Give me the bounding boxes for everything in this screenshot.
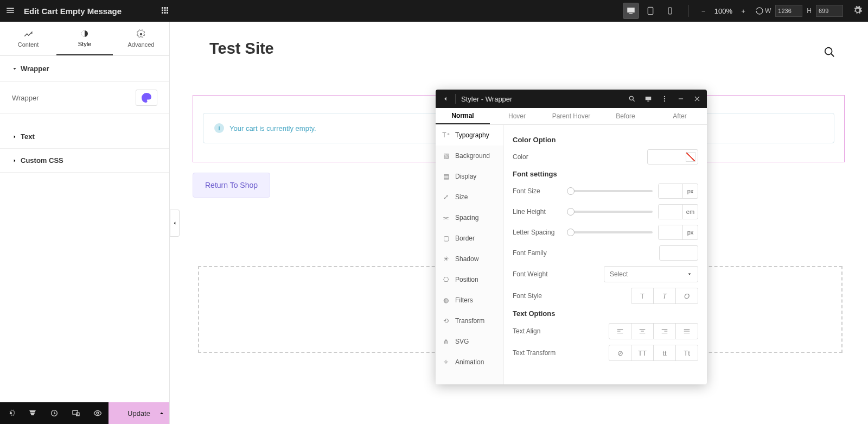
font-style-label: Font Style [513, 292, 561, 300]
styler-more-icon[interactable] [658, 92, 671, 105]
letter-spacing-slider[interactable] [567, 231, 653, 233]
svg-point-6 [148, 96, 149, 97]
text-transform-lower[interactable]: tt [653, 345, 676, 361]
tab-style[interactable]: Style [56, 22, 113, 55]
styler-search-icon[interactable] [626, 92, 639, 105]
text-align-label: Text Align [513, 327, 561, 335]
cat-shadow[interactable]: ☀Shadow [436, 249, 503, 269]
cat-typography[interactable]: T⁺Typography [436, 125, 503, 145]
footer-preview-icon[interactable] [87, 402, 108, 424]
update-button[interactable]: Update [108, 402, 169, 424]
styler-desktop-icon[interactable] [642, 92, 655, 105]
spacing-icon: ⫘ [441, 213, 451, 223]
letter-spacing-unit[interactable]: px [682, 225, 698, 239]
tablet-device-button[interactable] [642, 3, 659, 19]
line-height-slider[interactable] [567, 211, 653, 213]
font-style-oblique[interactable]: O [675, 288, 698, 304]
text-transform-none[interactable]: ⊘ [609, 345, 631, 361]
styler-tab-normal[interactable]: Normal [436, 108, 490, 124]
styler-minimize-icon[interactable] [674, 92, 687, 105]
footer-history-icon[interactable] [43, 402, 65, 424]
line-height-label: Line Height [513, 208, 561, 216]
section-wrapper[interactable]: Wrapper [0, 56, 169, 82]
section-custom-css[interactable]: Custom CSS [0, 149, 169, 173]
footer-responsive-icon[interactable] [65, 402, 87, 424]
cat-animation[interactable]: ✧Animation [436, 352, 503, 372]
menu-icon[interactable] [5, 5, 15, 17]
font-weight-select[interactable]: Select [604, 266, 698, 282]
cat-position[interactable]: ⎔Position [436, 269, 503, 290]
styler-tab-before[interactable]: Before [598, 108, 653, 124]
return-to-shop-button[interactable]: Return To Shop [193, 173, 270, 198]
tab-advanced[interactable]: Advanced [113, 22, 169, 55]
styler-close-icon[interactable] [691, 92, 704, 105]
svg-point-14 [664, 96, 665, 97]
styler-tab-hover[interactable]: Hover [490, 108, 544, 124]
undo-button[interactable] [754, 5, 765, 16]
font-weight-label: Font Weight [513, 270, 561, 278]
line-height-input[interactable] [659, 205, 682, 219]
section-text[interactable]: Text [0, 125, 169, 149]
footer-navigator-icon[interactable] [22, 402, 43, 424]
section-text-label: Text [21, 132, 35, 141]
text-align-justify[interactable] [675, 323, 698, 339]
cat-svg[interactable]: ⋔SVG [436, 331, 503, 352]
font-style-italic[interactable]: T [653, 288, 676, 304]
desktop-device-button[interactable] [623, 3, 639, 19]
styler-back-icon[interactable] [439, 92, 452, 105]
filters-icon: ◍ [441, 295, 451, 305]
zoom-out-button[interactable]: − [698, 5, 709, 16]
wrapper-styler-button[interactable] [136, 90, 157, 106]
styler-tab-parent-hover[interactable]: Parent Hover [544, 108, 598, 124]
size-icon: ⤢ [441, 192, 451, 202]
cat-filters[interactable]: ◍Filters [436, 290, 503, 311]
svg-rect-17 [679, 98, 683, 99]
height-input[interactable] [816, 5, 843, 17]
width-label: W [765, 7, 771, 15]
zoom-in-button[interactable]: + [738, 5, 749, 16]
styler-tab-after[interactable]: After [653, 108, 707, 124]
section-wrapper-label: Wrapper [21, 65, 49, 73]
text-align-center[interactable] [631, 323, 654, 339]
svg-point-16 [664, 100, 665, 102]
cat-size[interactable]: ⤢Size [436, 187, 503, 207]
font-family-label: Font Family [513, 249, 561, 257]
page-title: Edit Cart Empty Message [24, 7, 122, 16]
letter-spacing-input[interactable] [659, 225, 682, 239]
text-align-left[interactable] [609, 323, 631, 339]
font-size-unit[interactable]: px [682, 184, 698, 198]
font-size-label: Font Size [513, 187, 561, 195]
font-size-input[interactable] [659, 184, 682, 198]
mobile-device-button[interactable] [662, 3, 678, 19]
font-size-slider[interactable] [567, 190, 653, 192]
text-align-right[interactable] [653, 323, 676, 339]
text-transform-upper[interactable]: TT [631, 345, 654, 361]
settings-icon[interactable] [853, 5, 863, 17]
cat-display[interactable]: ▤Display [436, 166, 503, 187]
tab-content[interactable]: Content [0, 22, 56, 55]
site-title: Test Site [209, 40, 274, 58]
background-icon: ▧ [441, 151, 451, 161]
text-transform-capitalize[interactable]: Tt [675, 345, 698, 361]
svg-point-12 [825, 48, 832, 55]
cat-border[interactable]: ▢Border [436, 228, 503, 249]
cat-transform[interactable]: ⟲Transform [436, 311, 503, 331]
color-swatch[interactable] [647, 149, 698, 164]
line-height-unit[interactable]: em [682, 205, 698, 219]
svg-point-5 [146, 94, 147, 96]
svg-rect-9 [73, 410, 78, 414]
update-caret-icon[interactable] [154, 410, 169, 416]
info-icon: i [214, 123, 224, 133]
tab-advanced-label: Advanced [128, 41, 155, 48]
display-icon: ▤ [441, 172, 451, 181]
font-family-input[interactable] [659, 245, 698, 261]
apps-icon[interactable] [160, 5, 170, 17]
footer-settings-icon[interactable] [0, 402, 22, 424]
transform-icon: ⟲ [441, 316, 451, 326]
cat-spacing[interactable]: ⫘Spacing [436, 207, 503, 228]
width-input[interactable] [775, 5, 802, 17]
site-search-icon[interactable] [824, 46, 835, 60]
panel-collapse-handle[interactable] [170, 210, 180, 237]
font-style-normal[interactable]: T [631, 288, 654, 304]
cat-background[interactable]: ▧Background [436, 145, 503, 166]
